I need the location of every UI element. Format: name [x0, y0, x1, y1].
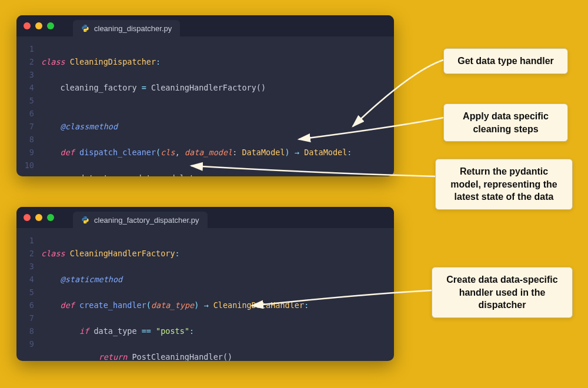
titlebar: cleaning_dispatcher.py — [16, 15, 394, 36]
maximize-icon[interactable] — [47, 214, 54, 221]
close-icon[interactable] — [24, 214, 31, 221]
file-tab[interactable]: cleaning_factory_dispatcher.py — [73, 212, 208, 228]
callout-return-model: Return the pydantic model, representing … — [435, 159, 573, 210]
callout-apply-cleaning: Apply data specific cleaning steps — [443, 103, 568, 142]
callout-create-handler: Create data data-specific handler used i… — [432, 267, 573, 318]
close-icon[interactable] — [24, 22, 31, 29]
maximize-icon[interactable] — [47, 22, 54, 29]
filename: cleaning_factory_dispatcher.py — [94, 216, 199, 225]
code-editor-bottom: cleaning_factory_dispatcher.py 123456789… — [16, 207, 394, 361]
code-area[interactable]: 12345678910 class CleaningDispatcher: cl… — [16, 36, 394, 176]
code-content[interactable]: class CleaningDispatcher: cleaning_facto… — [41, 42, 352, 176]
code-editor-top: cleaning_dispatcher.py 12345678910 class… — [16, 15, 394, 176]
line-gutter: 123456789 — [16, 234, 41, 361]
callout-get-handler: Get data type handler — [443, 48, 568, 74]
filename: cleaning_dispatcher.py — [94, 24, 172, 33]
window-controls[interactable] — [24, 22, 54, 29]
minimize-icon[interactable] — [35, 214, 42, 221]
window-controls[interactable] — [24, 214, 54, 221]
code-area[interactable]: 123456789 class CleaningHandlerFactory: … — [16, 228, 394, 361]
file-tab[interactable]: cleaning_dispatcher.py — [73, 20, 180, 36]
line-gutter: 12345678910 — [16, 42, 41, 176]
titlebar: cleaning_factory_dispatcher.py — [16, 207, 394, 228]
python-icon — [81, 24, 89, 32]
minimize-icon[interactable] — [35, 22, 42, 29]
code-content[interactable]: class CleaningHandlerFactory: @staticmet… — [41, 234, 309, 361]
python-icon — [81, 216, 89, 224]
